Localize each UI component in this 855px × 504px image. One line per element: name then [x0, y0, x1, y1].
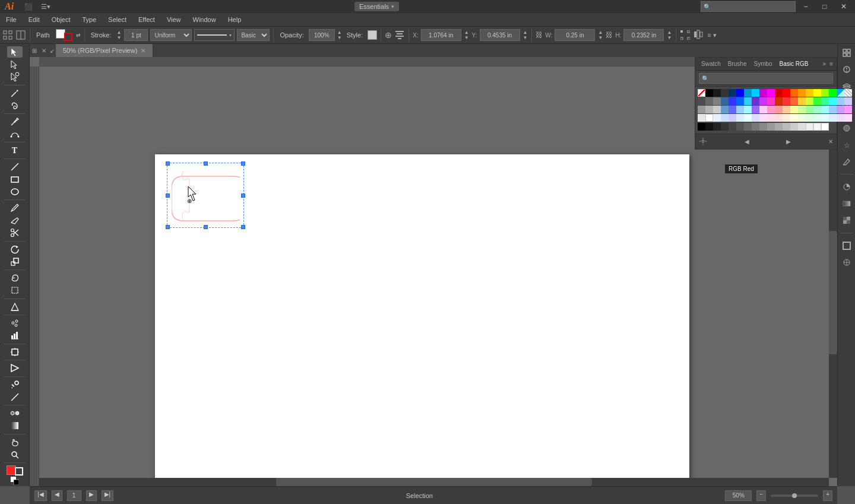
- rectangle-tool[interactable]: [7, 174, 23, 185]
- menu-view[interactable]: View: [161, 13, 187, 26]
- swatch-r2-2[interactable]: [705, 97, 713, 105]
- direct-selection-tool[interactable]: [7, 59, 23, 70]
- swatch-r2-14[interactable]: [798, 97, 806, 105]
- type-tool[interactable]: T: [7, 145, 23, 156]
- free-transform-tool[interactable]: [7, 285, 23, 296]
- selection-tool[interactable]: [7, 46, 23, 58]
- group-selection-tool[interactable]: [7, 71, 23, 83]
- swatch-r3-4[interactable]: [721, 106, 729, 113]
- zoom-level-input[interactable]: [725, 490, 752, 501]
- swatch-magenta[interactable]: [759, 89, 767, 97]
- menu-help[interactable]: Help: [222, 13, 248, 26]
- swatch-r4-9[interactable]: [759, 114, 767, 122]
- swatch-r4-16[interactable]: [813, 114, 821, 122]
- eraser-tool[interactable]: [7, 215, 23, 226]
- stroke-type-select[interactable]: Uniform: [150, 29, 192, 41]
- swatch-r4-13[interactable]: [790, 114, 798, 122]
- close-button[interactable]: ✕: [835, 0, 853, 13]
- graph-tool[interactable]: [7, 330, 23, 341]
- swatch-yellow1[interactable]: [806, 89, 813, 97]
- minimize-button[interactable]: −: [797, 0, 815, 13]
- toolbar-icon-grid[interactable]: [2, 30, 13, 40]
- toolbar-icon-alt[interactable]: [15, 30, 26, 40]
- swatch-g9[interactable]: [759, 123, 767, 131]
- zoom-slider[interactable]: [771, 495, 818, 497]
- swatch-r4-14[interactable]: [798, 114, 806, 122]
- swatch-r3-14[interactable]: [798, 106, 806, 113]
- swatch-r2-10[interactable]: [767, 97, 775, 105]
- appearance-icon[interactable]: [840, 122, 853, 135]
- swatch-g4[interactable]: [721, 123, 729, 131]
- swatch-r4-10[interactable]: [767, 114, 775, 122]
- align-icon[interactable]: [394, 29, 405, 41]
- status-prev-page-btn[interactable]: |◀: [34, 490, 47, 501]
- expand-icon[interactable]: ⬛: [22, 3, 35, 11]
- x-value-input[interactable]: [421, 29, 461, 41]
- tab-basic-rgb[interactable]: Basic RGB: [777, 61, 811, 67]
- stroke-dash-preview[interactable]: ▾: [194, 29, 235, 41]
- swatch-r2-7[interactable]: [744, 97, 752, 105]
- swatch-g17[interactable]: [821, 123, 829, 131]
- swatch-r3-20[interactable]: [844, 106, 852, 113]
- libraries-icon[interactable]: [840, 46, 853, 59]
- swatch-r4-7[interactable]: [744, 114, 752, 122]
- swatch-dark1[interactable]: [713, 89, 721, 97]
- swatch-orange1[interactable]: [790, 89, 798, 97]
- swatch-r2-13[interactable]: [790, 97, 798, 105]
- swatch-r3-19[interactable]: [837, 106, 844, 113]
- swatch-r2-5[interactable]: [729, 97, 736, 105]
- swatch-r3-17[interactable]: [821, 106, 829, 113]
- swatch-r4-6[interactable]: [736, 114, 744, 122]
- default-colors-icon[interactable]: [11, 477, 19, 486]
- menu-select[interactable]: Select: [102, 13, 132, 26]
- transform-icon[interactable]: ⊕: [385, 30, 392, 40]
- swatch-r2-8[interactable]: [752, 97, 759, 105]
- y-value-input[interactable]: [480, 29, 520, 41]
- swatch-r3-10[interactable]: [767, 106, 775, 113]
- swatch-r3-16[interactable]: [813, 106, 821, 113]
- curvature-tool[interactable]: [7, 129, 23, 140]
- swatch-cyan2[interactable]: [752, 89, 759, 97]
- color-guide-icon[interactable]: [840, 256, 853, 269]
- swatch-r2-20[interactable]: [844, 97, 852, 105]
- swatch-r3-11[interactable]: [775, 106, 783, 113]
- lasso-tool[interactable]: [7, 100, 23, 111]
- perspective-tool[interactable]: [7, 301, 23, 312]
- swatch-r4-11[interactable]: [775, 114, 783, 122]
- swatch-g3[interactable]: [713, 123, 721, 131]
- swatch-r4-8[interactable]: [752, 114, 759, 122]
- stroke-value-input[interactable]: [124, 29, 148, 41]
- swatch-r4-17[interactable]: [821, 114, 829, 122]
- workspace-panel-icon[interactable]: ☰▾: [39, 3, 53, 11]
- zoom-out-btn[interactable]: −: [756, 490, 766, 501]
- y-stepper[interactable]: ▲▼: [522, 30, 528, 40]
- opacity-up-arrow[interactable]: ▲▼: [337, 30, 342, 40]
- slice-tool[interactable]: [7, 363, 23, 374]
- panel-next-btn[interactable]: ▶: [786, 138, 791, 145]
- swatch-g16[interactable]: [813, 123, 821, 131]
- tab-close-btn[interactable]: ✕: [141, 47, 145, 54]
- swatch-r2-16[interactable]: [813, 97, 821, 105]
- scroll-bottom[interactable]: [39, 478, 829, 486]
- transparency-icon[interactable]: [840, 214, 853, 227]
- stroke-style-select[interactable]: Basic: [237, 29, 270, 41]
- rotate-tool[interactable]: [7, 243, 23, 255]
- menu-effect[interactable]: Effect: [132, 13, 161, 26]
- swatch-r4-18[interactable]: [829, 114, 837, 122]
- search-box[interactable]: 🔍: [701, 1, 796, 12]
- panel-close-btn[interactable]: ✕: [828, 138, 833, 145]
- swatch-g13[interactable]: [790, 123, 798, 131]
- artboard-tool[interactable]: [7, 346, 23, 357]
- tab-symbols[interactable]: Symbo: [751, 61, 774, 67]
- swatch-r2-4[interactable]: [721, 97, 729, 105]
- swatch-r3-7[interactable]: [744, 106, 752, 113]
- swatch-g2[interactable]: [705, 123, 713, 131]
- swatch-g5[interactable]: [729, 123, 736, 131]
- swatch-r2-6[interactable]: [736, 97, 744, 105]
- swatch-r3-2[interactable]: [705, 106, 713, 113]
- w-stepper[interactable]: ▲▼: [597, 30, 603, 40]
- swatch-g1[interactable]: [698, 123, 705, 131]
- transform-origin-icon[interactable]: [680, 30, 691, 40]
- status-next-btn[interactable]: ▶: [86, 490, 97, 501]
- swatch-r4-3[interactable]: [713, 114, 721, 122]
